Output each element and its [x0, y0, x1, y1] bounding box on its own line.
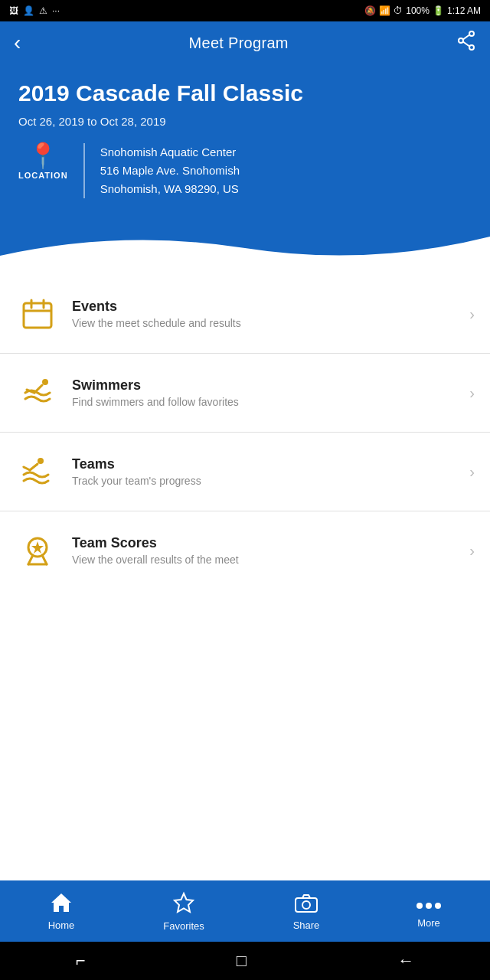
events-icon — [15, 292, 60, 336]
favorites-label: Favorites — [163, 920, 204, 932]
svg-line-10 — [34, 385, 42, 393]
teams-text: Teams Track your team's progress — [72, 456, 463, 487]
svg-line-18 — [42, 555, 47, 564]
favorites-star-icon — [172, 891, 195, 917]
wifi-icon: 📶 — [379, 5, 390, 16]
svg-point-12 — [38, 458, 44, 464]
svg-line-14 — [24, 467, 30, 470]
meet-title: 2019 Cascade Fall Classic — [18, 80, 472, 107]
back-system-button[interactable]: ← — [397, 951, 414, 971]
venue-name: Snohomish Aquatic Center — [100, 143, 240, 162]
menu-item-team-scores[interactable]: Team Scores View the overall results of … — [0, 511, 490, 590]
share-button[interactable] — [456, 31, 476, 55]
teams-title: Teams — [72, 456, 463, 472]
more-dots-icon — [415, 894, 443, 914]
svg-line-4 — [463, 42, 469, 47]
dots-icon: ··· — [52, 5, 60, 16]
svg-point-1 — [469, 45, 474, 50]
svg-point-23 — [416, 903, 423, 909]
status-bar-right-icons: 🔕 📶 ⏱ 100% 🔋 1:12 AM — [364, 5, 481, 16]
team-scores-chevron-icon: › — [469, 542, 475, 560]
home-label: Home — [48, 920, 75, 931]
svg-point-2 — [459, 38, 463, 43]
app-header: ‹ Meet Program — [0, 21, 490, 64]
more-label: More — [417, 917, 440, 929]
swimmers-chevron-icon: › — [469, 384, 475, 402]
bottom-navigation: Home Favorites Share Mo — [0, 880, 490, 942]
team-scores-title: Team Scores — [72, 535, 463, 551]
team-scores-icon — [15, 528, 60, 573]
location-icon-wrap: 📍 LOCATION — [18, 143, 68, 180]
svg-rect-5 — [24, 303, 51, 328]
nav-item-home[interactable]: Home — [0, 892, 122, 931]
status-bar: 🖼 👤 ⚠ ··· 🔕 📶 ⏱ 100% 🔋 1:12 AM — [0, 0, 490, 21]
svg-marker-16 — [31, 541, 44, 554]
swimmers-title: Swimmers — [72, 377, 463, 394]
svg-point-9 — [42, 379, 48, 385]
events-chevron-icon: › — [469, 305, 475, 323]
events-title: Events — [72, 299, 463, 315]
swimmers-subtitle: Find swimmers and follow favorites — [72, 396, 463, 408]
svg-rect-21 — [296, 898, 317, 912]
menu-item-events[interactable]: Events View the meet schedule and result… — [0, 275, 490, 354]
recents-button[interactable]: ⌐ — [76, 951, 86, 971]
venue-street: 516 Maple Ave. Snohomish — [100, 162, 240, 180]
location-divider — [83, 143, 85, 198]
location-address: Snohomish Aquatic Center 516 Maple Ave. … — [100, 143, 240, 198]
svg-point-22 — [302, 901, 310, 909]
swimmers-icon — [15, 371, 60, 415]
svg-marker-20 — [175, 893, 193, 912]
share-label: Share — [293, 920, 320, 931]
meet-dates: Oct 26, 2019 to Oct 28, 2019 — [18, 115, 472, 128]
back-button[interactable]: ‹ — [14, 31, 21, 55]
camera-icon — [294, 892, 318, 916]
svg-point-0 — [469, 31, 474, 36]
team-scores-subtitle: View the overall results of the meet — [72, 554, 463, 566]
time-display: 1:12 AM — [447, 5, 481, 16]
alarm-icon: ⏱ — [394, 5, 403, 16]
share-icon — [456, 31, 476, 51]
swimmers-text: Swimmers Find swimmers and follow favori… — [72, 377, 463, 408]
warning-icon: ⚠ — [39, 5, 47, 16]
events-subtitle: View the meet schedule and results — [72, 317, 463, 329]
menu-item-teams[interactable]: Teams Track your team's progress › — [0, 433, 490, 511]
events-text: Events View the meet schedule and result… — [72, 299, 463, 329]
hero-location: 📍 LOCATION Snohomish Aquatic Center 516 … — [18, 143, 472, 198]
venue-city: Snohomish, WA 98290, US — [100, 180, 240, 198]
team-scores-text: Team Scores View the overall results of … — [72, 535, 463, 566]
svg-point-25 — [435, 903, 441, 909]
teams-chevron-icon: › — [469, 463, 475, 481]
menu-item-swimmers[interactable]: Swimmers Find swimmers and follow favori… — [0, 354, 490, 433]
nav-item-share[interactable]: Share — [245, 892, 368, 931]
page-title: Meet Program — [189, 34, 289, 52]
home-button[interactable]: □ — [237, 951, 247, 971]
status-bar-left-icons: 🖼 👤 ⚠ ··· — [9, 5, 60, 16]
teams-subtitle: Track your team's progress — [72, 475, 463, 487]
menu-list: Events View the meet schedule and result… — [0, 267, 490, 880]
system-nav-bar: ⌐ □ ← — [0, 942, 490, 980]
battery-text: 100% — [406, 5, 430, 16]
battery-icon: 🔋 — [433, 5, 444, 16]
home-icon — [50, 892, 73, 916]
image-icon: 🖼 — [9, 5, 18, 16]
svg-line-3 — [463, 35, 469, 40]
wave-separator — [0, 214, 490, 267]
nav-item-more[interactable]: More — [368, 894, 490, 929]
teams-icon — [15, 449, 60, 494]
location-label: LOCATION — [18, 171, 68, 180]
location-pin-icon: 📍 — [28, 143, 58, 168]
svg-line-13 — [30, 464, 38, 470]
svg-point-24 — [426, 903, 432, 909]
svg-line-17 — [28, 555, 33, 564]
mute-icon: 🔕 — [364, 5, 376, 16]
profile-icon: 👤 — [23, 5, 34, 16]
nav-item-favorites[interactable]: Favorites — [122, 891, 245, 932]
